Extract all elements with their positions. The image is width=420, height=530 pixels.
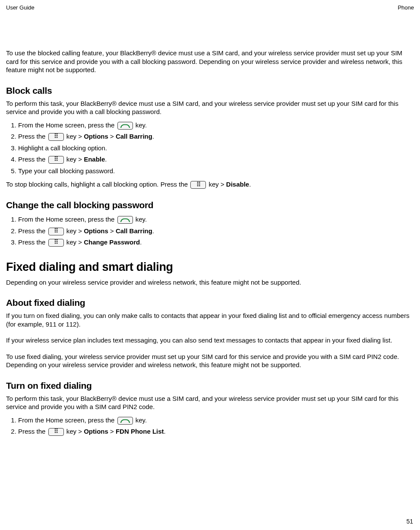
page-container: User Guide Phone To use the blocked call… [0,0,420,530]
step-5: Type your call blocking password. [18,165,414,177]
step-1: From the Home screen, press the key. [18,415,414,426]
phone-key-icon [117,417,133,425]
menu-key-icon [48,428,64,436]
menu-key-icon [48,228,64,235]
heading-fixed-dialing: Fixed dialing and smart dialing [6,260,414,274]
about-fixed-p1: If you turn on fixed dialing, you can on… [6,311,414,328]
page-header: User Guide Phone [6,4,414,45]
heading-block-calls: Block calls [6,86,414,96]
fixed-dialing-intro: Depending on your wireless service provi… [6,278,414,287]
change-pw-steps: From the Home screen, press the key. Pre… [6,214,414,248]
step-3: Press the key > Change Password. [18,237,414,248]
step-4: Press the key > Enable. [18,154,414,165]
header-right: Phone [398,4,414,11]
about-fixed-p2: If your wireless service plan includes t… [6,336,414,345]
step-2: Press the key > Options > Call Barring. [18,131,414,143]
block-calls-steps: From the Home screen, press the key. Pre… [6,120,414,177]
block-calls-outro: To stop blocking calls, highlight a call… [6,180,414,189]
page-number: 51 [406,518,413,525]
phone-key-icon [117,216,133,224]
heading-change-password: Change the call blocking password [6,200,414,210]
block-calls-intro: To perform this task, your BlackBerry® d… [6,99,414,116]
menu-key-icon [190,181,206,189]
turn-on-fixed-intro: To perform this task, your BlackBerry® d… [6,394,414,411]
menu-key-icon [48,133,64,141]
menu-key-icon [48,156,64,164]
intro-paragraph: To use the blocked calling feature, your… [6,49,414,74]
step-1: From the Home screen, press the key. [18,214,414,225]
step-2: Press the key > Options > Call Barring. [18,225,414,237]
step-2: Press the key > Options > FDN Phone List… [18,426,414,438]
header-left: User Guide [6,4,35,11]
menu-key-icon [48,239,64,247]
heading-about-fixed: About fixed dialing [6,298,414,308]
step-3: Highlight a call blocking option. [18,143,414,154]
about-fixed-p3: To use fixed dialing, your wireless serv… [6,352,414,369]
heading-turn-on-fixed: Turn on fixed dialing [6,381,414,391]
step-1: From the Home screen, press the key. [18,120,414,131]
phone-key-icon [117,122,133,130]
turn-on-fixed-steps: From the Home screen, press the key. Pre… [6,415,414,438]
